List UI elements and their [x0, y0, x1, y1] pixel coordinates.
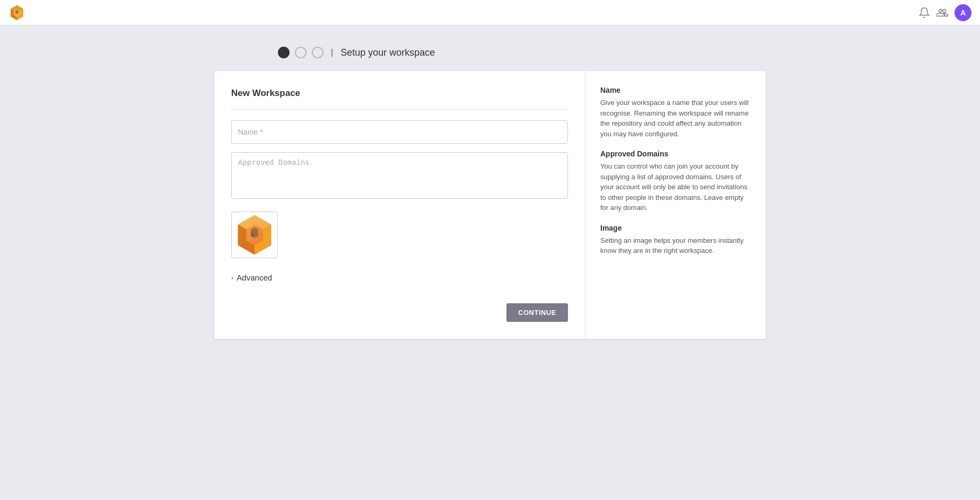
step-1-indicator — [278, 47, 290, 58]
workspace-logo-preview — [232, 212, 277, 258]
user-avatar[interactable]: A — [955, 4, 972, 21]
setup-card: New Workspace — [214, 71, 766, 339]
help-name-heading: Name — [600, 86, 751, 94]
add-user-icon[interactable] — [937, 7, 948, 19]
page-title: Setup your workspace — [340, 47, 435, 58]
help-domains-heading: Approved Domains — [600, 150, 751, 158]
app-logo-icon[interactable] — [8, 4, 25, 21]
help-domains-text: You can control who can join your accoun… — [600, 161, 751, 213]
image-upload-box[interactable] — [231, 212, 278, 258]
help-image-section: Image Setting an image helps your member… — [600, 224, 751, 256]
form-title: New Workspace — [231, 88, 568, 99]
form-panel: New Workspace — [214, 71, 585, 339]
topnav-right: A — [918, 4, 972, 21]
notification-icon[interactable] — [918, 7, 930, 19]
step-header: | Setup your workspace — [278, 47, 435, 58]
chevron-right-icon: › — [231, 274, 233, 282]
help-name-section: Name Give your workspace a name that you… — [600, 86, 751, 139]
step-divider: | — [331, 48, 333, 57]
advanced-label: Advanced — [237, 273, 272, 282]
help-name-text: Give your workspace a name that your use… — [600, 98, 751, 139]
topnav: A — [0, 0, 980, 25]
continue-button[interactable]: CONTINUE — [506, 303, 568, 322]
help-panel: Name Give your workspace a name that you… — [585, 71, 766, 339]
step-3-indicator — [312, 47, 323, 58]
step-2-indicator — [295, 47, 307, 58]
svg-rect-5 — [15, 11, 19, 14]
form-divider — [231, 109, 568, 110]
approved-domains-input[interactable] — [231, 152, 568, 199]
help-domains-section: Approved Domains You can control who can… — [600, 150, 751, 213]
help-image-heading: Image — [600, 224, 751, 232]
topnav-left — [8, 4, 25, 21]
help-image-text: Setting an image helps your members inst… — [600, 235, 751, 256]
main-content: | Setup your workspace New Workspace — [0, 25, 980, 360]
advanced-toggle[interactable]: › Advanced — [231, 273, 568, 282]
name-input[interactable] — [231, 120, 568, 144]
form-actions: CONTINUE — [231, 303, 568, 322]
